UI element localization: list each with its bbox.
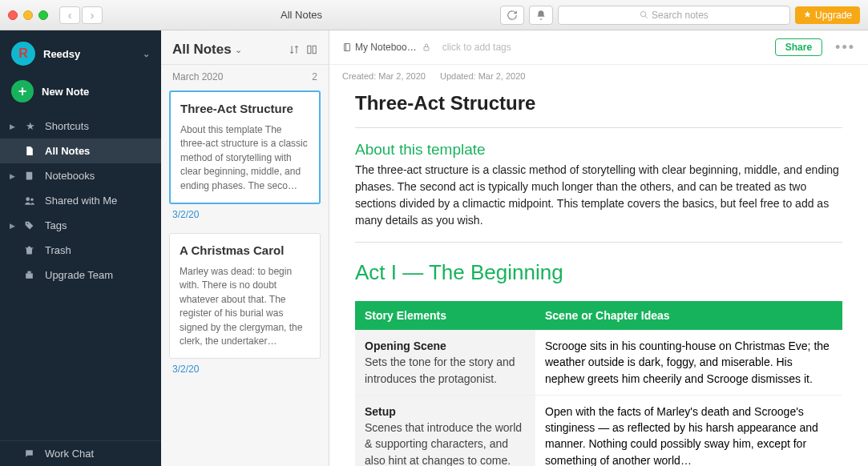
search-placeholder: Search notes <box>652 10 709 21</box>
add-tags-input[interactable]: click to add tags <box>442 42 511 53</box>
maximize-window[interactable] <box>38 10 48 20</box>
table-row: SetupScenes that introduce the world & s… <box>355 395 842 466</box>
svg-point-0 <box>640 11 645 16</box>
sidebar-item-notebooks[interactable]: ▶ Notebooks <box>0 163 161 188</box>
plus-icon: + <box>11 80 34 102</box>
account-name: Reedsy <box>43 48 80 60</box>
team-icon <box>24 270 37 280</box>
list-heading-dropdown[interactable]: All Notes ⌄ <box>172 42 242 58</box>
forward-button[interactable]: › <box>82 6 103 24</box>
view-toggle-button[interactable] <box>306 44 317 55</box>
titlebar: ‹ › All Notes Search notes Upgrade <box>0 0 868 30</box>
sidebar-item-all-notes[interactable]: All Notes <box>0 139 161 163</box>
note-list-panel: All Notes ⌄ March 2020 2 Three-Act Struc… <box>161 30 329 466</box>
note-card[interactable]: Three-Act Structure About this template … <box>169 90 321 204</box>
note-card-date: 3/2/20 <box>169 204 321 228</box>
note-icon <box>24 146 37 156</box>
sync-button[interactable] <box>500 6 524 25</box>
created-meta: Created: Mar 2, 2020 <box>342 71 426 81</box>
svg-point-1 <box>26 197 30 201</box>
note-title[interactable]: Three-Act Structure <box>355 87 842 128</box>
back-button[interactable]: ‹ <box>59 6 80 24</box>
search-input[interactable]: Search notes <box>558 6 790 25</box>
notifications-button[interactable] <box>529 6 553 25</box>
notebook-breadcrumb[interactable]: My Noteboo… <box>342 42 417 53</box>
updated-meta: Updated: Mar 2, 2020 <box>440 71 525 81</box>
window-controls <box>8 10 48 20</box>
note-card-preview: About this template The three-act struct… <box>180 123 309 193</box>
svg-rect-8 <box>424 47 429 51</box>
star-icon: ★ <box>24 120 37 132</box>
expand-icon: ▶ <box>10 172 16 180</box>
lock-icon <box>422 42 431 52</box>
sidebar-item-shortcuts[interactable]: ▶ ★ Shortcuts <box>0 114 161 139</box>
upgrade-button[interactable]: Upgrade <box>795 6 860 24</box>
note-card-date: 3/2/20 <box>169 359 321 383</box>
expand-icon: ▶ <box>10 222 16 230</box>
month-label: March 2020 <box>172 71 223 82</box>
avatar: R <box>11 42 35 66</box>
story-table: Story Elements Scene or Chapter Ideas Op… <box>355 301 842 466</box>
act-heading: Act I — The Beginning <box>355 260 842 285</box>
svg-rect-4 <box>26 273 33 279</box>
chevron-down-icon: ⌄ <box>143 49 150 59</box>
trash-icon <box>24 245 37 255</box>
table-header: Scene or Chapter Ideas <box>535 301 842 330</box>
chevron-down-icon: ⌄ <box>235 45 242 55</box>
svg-point-3 <box>27 223 29 225</box>
svg-point-2 <box>30 198 34 201</box>
account-switcher[interactable]: R Reedsy ⌄ <box>0 30 161 74</box>
note-card-preview: Marley was dead: to begin with. There is… <box>180 265 310 348</box>
sidebar-item-upgrade-team[interactable]: Upgrade Team <box>0 263 161 287</box>
svg-rect-6 <box>313 46 316 53</box>
note-content[interactable]: Three-Act Structure About this template … <box>329 84 868 466</box>
work-chat-button[interactable]: Work Chat <box>0 440 161 466</box>
more-options-button[interactable]: ••• <box>835 39 855 56</box>
new-note-button[interactable]: + New Note <box>0 74 161 114</box>
close-window[interactable] <box>8 10 18 20</box>
note-card-title: Three-Act Structure <box>180 102 309 115</box>
people-icon <box>24 195 37 207</box>
month-count: 2 <box>312 71 317 82</box>
expand-icon: ▶ <box>10 123 16 131</box>
share-button[interactable]: Share <box>775 38 822 56</box>
notebook-icon <box>342 42 352 52</box>
table-header: Story Elements <box>355 301 535 330</box>
paragraph: The three-act structure is a classic met… <box>355 162 842 229</box>
note-list-title: All Notes <box>172 42 232 58</box>
search-icon <box>640 10 648 19</box>
bell-icon <box>535 10 547 21</box>
notebook-icon <box>24 171 37 181</box>
tag-icon <box>24 220 37 231</box>
sidebar-item-trash[interactable]: Trash <box>0 238 161 263</box>
window-title: All Notes <box>109 9 494 21</box>
note-card-title: A Christmas Carol <box>180 243 310 257</box>
editor-panel: My Noteboo… click to add tags Share ••• … <box>329 30 868 466</box>
table-row: Opening SceneSets the tone for the story… <box>355 330 842 395</box>
svg-rect-5 <box>308 46 311 53</box>
divider <box>355 242 842 243</box>
note-card[interactable]: A Christmas Carol Marley was dead: to be… <box>169 233 321 359</box>
chat-icon <box>24 448 37 459</box>
sidebar: R Reedsy ⌄ + New Note ▶ ★ Shortcuts All … <box>0 30 161 466</box>
sidebar-item-shared[interactable]: Shared with Me <box>0 188 161 213</box>
svg-rect-7 <box>345 44 350 51</box>
minimize-window[interactable] <box>23 10 33 20</box>
sort-button[interactable] <box>289 44 300 55</box>
upgrade-icon <box>803 10 812 19</box>
section-heading: About this template <box>355 141 842 159</box>
sidebar-item-tags[interactable]: ▶ Tags <box>0 213 161 238</box>
